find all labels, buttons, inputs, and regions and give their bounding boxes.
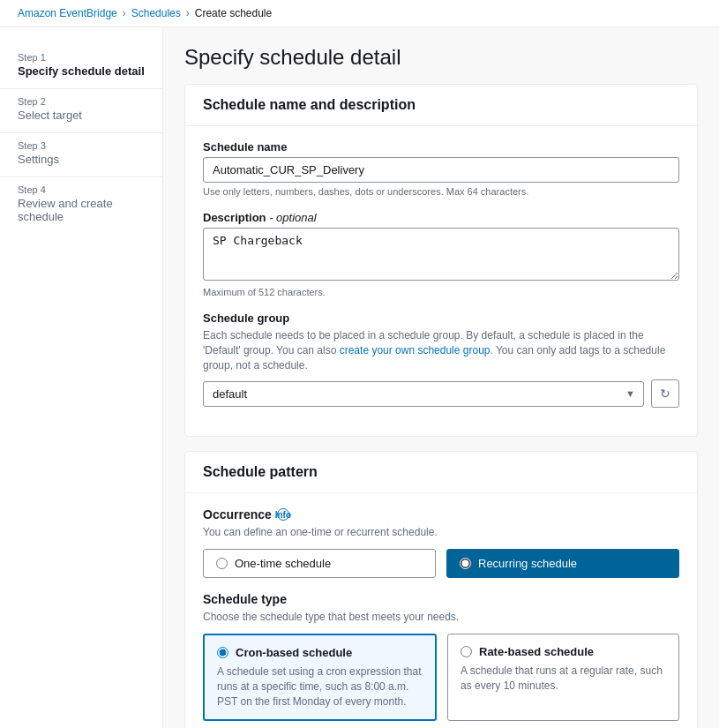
schedule-type-hint: Choose the schedule type that best meets… (203, 610, 679, 625)
schedule-type-options-row: Cron-based schedule A schedule set using… (203, 634, 679, 721)
rate-option-header: Rate-based schedule (461, 645, 666, 658)
create-group-link[interactable]: create your own schedule group (340, 344, 491, 356)
cron-option-label: Cron-based schedule (236, 646, 352, 659)
one-time-option[interactable]: One-time schedule (203, 549, 436, 578)
sidebar-step-1-label: Step 1 (18, 52, 145, 63)
cron-option[interactable]: Cron-based schedule A schedule set using… (203, 634, 437, 721)
cron-radio[interactable] (217, 647, 228, 658)
schedule-pattern-card-body: Occurrence Info You can define an one-ti… (185, 493, 697, 728)
schedule-type-title-row: Schedule type (203, 592, 679, 606)
one-time-radio[interactable] (216, 558, 228, 569)
rate-option[interactable]: Rate-based schedule A schedule that runs… (447, 634, 679, 721)
schedule-type-title: Schedule type (203, 592, 287, 606)
breadcrumb-current: Create schedule (195, 7, 272, 19)
recurring-label: Recurring schedule (478, 557, 577, 570)
cron-option-header: Cron-based schedule (217, 646, 423, 659)
sidebar-step-4-name[interactable]: Review and create schedule (18, 197, 145, 223)
sidebar-step-2-label: Step 2 (18, 96, 145, 107)
schedule-name-hint: Use only letters, numbers, dashes, dots … (203, 186, 679, 197)
sidebar-step-2-name[interactable]: Select target (18, 109, 145, 122)
recurring-option[interactable]: Recurring schedule (446, 549, 679, 578)
description-group: Description - optional SP Chargeback Max… (203, 211, 679, 297)
occurrence-group: Occurrence Info You can define an one-ti… (203, 507, 679, 578)
breadcrumb-eventbridge[interactable]: Amazon EventBridge (18, 7, 117, 19)
description-textarea[interactable]: SP Chargeback (203, 228, 679, 281)
schedule-name-input[interactable] (203, 157, 679, 183)
schedule-name-card: Schedule name and description Schedule n… (184, 84, 698, 437)
sidebar-step-4-label: Step 4 (18, 184, 145, 195)
occurrence-info-link[interactable]: Info (277, 508, 289, 521)
breadcrumb: Amazon EventBridge › Schedules › Create … (0, 0, 719, 27)
schedule-name-group: Schedule name Use only letters, numbers,… (203, 140, 679, 197)
sidebar-step-3-name[interactable]: Settings (18, 153, 145, 166)
description-label: Description - optional (203, 211, 679, 224)
schedule-group-group: Schedule group Each schedule needs to be… (203, 311, 679, 408)
sidebar-step-4: Step 4 Review and create schedule (0, 177, 162, 234)
schedule-name-card-header: Schedule name and description (185, 85, 697, 126)
schedule-pattern-title: Schedule pattern (203, 464, 679, 480)
schedule-group-select-wrap: default ▼ (203, 381, 644, 407)
rate-option-label: Rate-based schedule (479, 645, 594, 658)
schedule-name-card-body: Schedule name Use only letters, numbers,… (185, 126, 697, 436)
occurrence-options-row: One-time schedule Recurring schedule (203, 549, 679, 578)
breadcrumb-sep-1: › (123, 7, 126, 19)
occurrence-title-row: Occurrence Info (203, 507, 679, 522)
schedule-pattern-card: Schedule pattern Occurrence Info You can… (184, 451, 698, 728)
occurrence-title: Occurrence (203, 507, 272, 522)
schedule-group-hint: Each schedule needs to be placed in a sc… (203, 328, 679, 372)
schedule-pattern-card-header: Schedule pattern (185, 452, 697, 493)
schedule-group-select[interactable]: default (203, 381, 644, 407)
occurrence-hint: You can define an one-time or recurrent … (203, 525, 679, 540)
recurring-radio[interactable] (460, 558, 471, 569)
sidebar-step-1-name[interactable]: Specify schedule detail (18, 64, 145, 78)
schedule-group-label: Schedule group (203, 311, 679, 325)
main-content: Specify schedule detail Schedule name an… (163, 27, 719, 728)
schedule-name-label: Schedule name (203, 140, 679, 154)
rate-option-desc: A schedule that runs at a regular rate, … (461, 664, 666, 694)
breadcrumb-schedules[interactable]: Schedules (131, 7, 181, 19)
refresh-button[interactable]: ↻ (651, 379, 679, 408)
cron-option-desc: A schedule set using a cron expression t… (217, 664, 423, 709)
breadcrumb-sep-2: › (186, 7, 190, 19)
one-time-label: One-time schedule (235, 557, 331, 570)
schedule-group-row: default ▼ ↻ (203, 379, 679, 408)
schedule-name-title: Schedule name and description (203, 97, 679, 113)
description-hint: Maximum of 512 characters. (203, 287, 679, 297)
schedule-type-group: Schedule type Choose the schedule type t… (203, 592, 679, 721)
sidebar: Step 1 Specify schedule detail Step 2 Se… (0, 27, 163, 728)
page-title: Specify schedule detail (184, 45, 698, 70)
sidebar-step-3-label: Step 3 (18, 140, 145, 151)
sidebar-step-1: Step 1 Specify schedule detail (0, 45, 162, 89)
rate-radio[interactable] (461, 646, 472, 657)
sidebar-step-2: Step 2 Select target (0, 89, 162, 133)
sidebar-step-3: Step 3 Settings (0, 133, 162, 177)
